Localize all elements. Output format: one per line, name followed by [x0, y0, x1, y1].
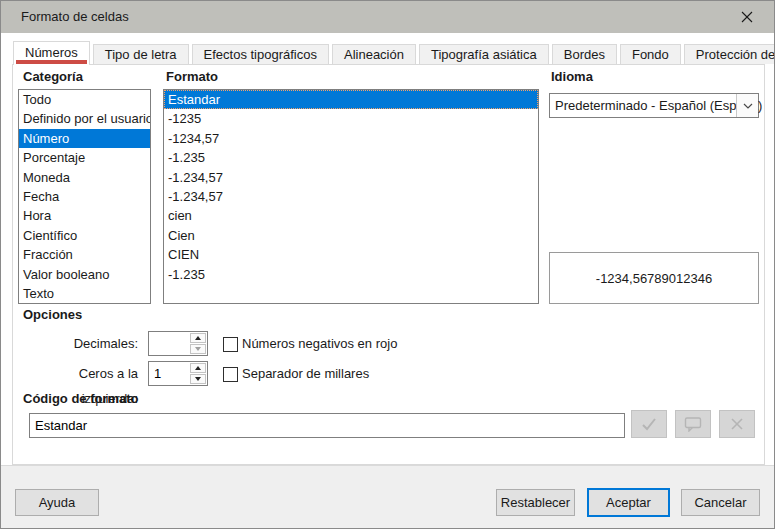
tab-fondo[interactable]: Fondo: [620, 44, 681, 64]
category-label: Categoría: [23, 69, 83, 84]
spin-down-button[interactable]: [190, 344, 206, 354]
tab-label: Efectos tipográficos: [204, 47, 317, 62]
format-listbox[interactable]: Estandar-1235-1234,57-1.235-1.234,57-1.2…: [163, 89, 539, 304]
list-item[interactable]: Moneda: [19, 168, 150, 187]
negative-red-label: Números negativos en rojo: [242, 334, 397, 353]
thousands-separator-label: Separador de millares: [242, 364, 369, 383]
list-item[interactable]: Científico: [19, 226, 150, 245]
x-icon: [730, 417, 744, 431]
decimals-input[interactable]: [149, 332, 187, 355]
format-label: Formato: [166, 69, 218, 84]
thousands-separator-checkbox[interactable]: [223, 367, 238, 382]
list-item[interactable]: Cien: [164, 226, 538, 245]
tab-tipografia-asiatica[interactable]: Tipografía asiática: [419, 44, 549, 64]
list-item[interactable]: -1.234,57: [164, 187, 538, 206]
language-dropdown-button[interactable]: [736, 94, 758, 117]
format-preview-box: -1234,56789012346: [549, 252, 759, 304]
language-label: Idioma: [551, 69, 593, 84]
language-select[interactable]: Predeterminado - Español (España): [549, 93, 759, 118]
format-code-input[interactable]: [29, 413, 625, 438]
chevron-down-icon: [743, 103, 753, 109]
format-preview-value: -1234,56789012346: [596, 271, 712, 286]
speech-bubble-icon: [684, 416, 702, 432]
confirm-format-button[interactable]: [631, 410, 667, 438]
list-item[interactable]: Estandar: [164, 90, 538, 109]
tab-tipo-de-letra[interactable]: Tipo de letra: [93, 44, 189, 64]
arrow-down-icon: [195, 377, 201, 381]
close-button[interactable]: [728, 1, 766, 33]
title-bar: Formato de celdas: [1, 1, 774, 33]
leading-zeros-spin-buttons: [190, 363, 206, 384]
tab-numeros[interactable]: Números: [13, 41, 90, 65]
dialog-title: Formato de celdas: [21, 1, 129, 33]
list-item[interactable]: Fecha: [19, 187, 150, 206]
format-code-label: Código de formato: [23, 391, 139, 406]
options-label: Opciones: [23, 307, 82, 322]
tab-proteccion-de-celda[interactable]: Protección de celda: [684, 44, 775, 64]
tab-alineacion[interactable]: Alineación: [332, 44, 416, 64]
leading-zeros-input[interactable]: [149, 362, 187, 385]
spin-down-button[interactable]: [190, 374, 206, 384]
tab-label: Tipografía asiática: [431, 47, 537, 62]
decimals-stepper[interactable]: [148, 331, 208, 356]
list-item[interactable]: cien: [164, 206, 538, 225]
ok-button[interactable]: Aceptar: [587, 488, 670, 517]
format-cells-dialog: Formato de celdas NúmerosTipo de letraEf…: [0, 0, 775, 529]
list-item[interactable]: Porcentaje: [19, 148, 150, 167]
negative-red-checkbox[interactable]: [223, 337, 238, 352]
selected-tab-underline: [16, 60, 87, 64]
reset-button[interactable]: Restablecer: [496, 489, 575, 516]
tab-label: Alineación: [344, 47, 404, 62]
tab-label: Protección de celda: [696, 47, 775, 62]
add-comment-button[interactable]: [675, 410, 711, 438]
list-item[interactable]: -1.235: [164, 265, 538, 284]
tab-bar: NúmerosTipo de letraEfectos tipográficos…: [13, 41, 775, 64]
list-item[interactable]: -1234,57: [164, 129, 538, 148]
tab-efectos-tipograficos[interactable]: Efectos tipográficos: [192, 44, 329, 64]
list-item[interactable]: -1.235: [164, 148, 538, 167]
spin-up-button[interactable]: [190, 333, 206, 343]
tab-bordes[interactable]: Bordes: [552, 44, 617, 64]
arrow-up-icon: [195, 366, 201, 370]
list-item[interactable]: -1235: [164, 109, 538, 128]
list-item[interactable]: Definido por el usuario: [19, 109, 150, 128]
list-item[interactable]: Número: [19, 129, 150, 148]
list-item[interactable]: Hora: [19, 206, 150, 225]
list-item[interactable]: Todo: [19, 90, 150, 109]
help-button[interactable]: Ayuda: [15, 489, 99, 516]
checkmark-icon: [641, 417, 657, 431]
list-item[interactable]: CIEN: [164, 245, 538, 264]
tab-label: Tipo de letra: [105, 47, 177, 62]
language-selected-value: Predeterminado - Español (España): [555, 94, 762, 117]
leading-zeros-stepper[interactable]: [148, 361, 208, 386]
dialog-footer: Ayuda Restablecer Aceptar Cancelar: [1, 465, 774, 529]
list-item[interactable]: Fracción: [19, 245, 150, 264]
cancel-button[interactable]: Cancelar: [681, 489, 760, 516]
tab-label: Números: [25, 45, 78, 60]
arrow-down-icon: [195, 347, 201, 351]
category-listbox[interactable]: TodoDefinido por el usuarioNúmeroPorcent…: [18, 89, 151, 304]
decimals-spin-buttons: [190, 333, 206, 354]
tab-label: Fondo: [632, 47, 669, 62]
spin-up-button[interactable]: [190, 363, 206, 373]
delete-format-button[interactable]: [719, 410, 755, 438]
list-item[interactable]: Valor booleano: [19, 265, 150, 284]
close-icon: [740, 10, 754, 24]
arrow-up-icon: [195, 336, 201, 340]
list-item[interactable]: -1.234,57: [164, 168, 538, 187]
decimals-label: Decimales:: [21, 331, 138, 356]
list-item[interactable]: Texto: [19, 284, 150, 303]
tab-label: Bordes: [564, 47, 605, 62]
